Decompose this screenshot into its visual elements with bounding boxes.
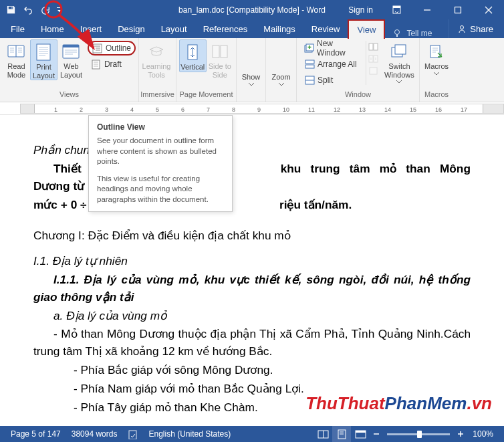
arrange-all-button[interactable]: Arrange All [301, 57, 362, 72]
side-to-side-icon [209, 42, 231, 61]
watermark: ThuThuatPhanMem.vn [305, 393, 492, 414]
svg-point-4 [395, 30, 400, 35]
print-layout-icon [33, 43, 54, 62]
switch-windows-button[interactable]: Switch Windows [382, 39, 416, 84]
share-icon [457, 24, 467, 33]
title-bar: ban_lam.doc [Compatibility Mode] - Word … [0, 0, 504, 19]
zoom-out-button[interactable] [370, 426, 383, 442]
tab-view[interactable]: View [348, 19, 385, 39]
svg-rect-3 [455, 7, 461, 13]
svg-point-5 [461, 26, 464, 29]
svg-rect-49 [430, 45, 440, 58]
zoom-slider[interactable] [387, 433, 450, 435]
split-icon [304, 75, 315, 86]
zoom-in-button[interactable] [454, 426, 467, 442]
new-window-button[interactable]: New Window [301, 41, 362, 56]
tab-home[interactable]: Home [33, 20, 72, 38]
svg-rect-21 [63, 45, 79, 47]
switch-windows-icon [388, 42, 410, 61]
learning-tools-button: Learning Tools [142, 39, 171, 79]
tell-me-search[interactable]: Tell me [385, 29, 440, 38]
chevron-down-icon [434, 72, 439, 76]
macros-icon [426, 42, 447, 61]
document-area[interactable]: Phần chung Thiếtxxxxxxxxxxxxxxxxxxxxxxxx… [0, 115, 504, 416]
tab-mailings[interactable]: Mailings [255, 20, 303, 38]
new-window-icon [304, 43, 314, 53]
group-window: New Window Arrange All Split [297, 38, 420, 102]
svg-rect-48 [395, 45, 406, 54]
status-bar: Page 5 of 147 38094 words English (Unite… [0, 426, 504, 442]
svg-rect-58 [356, 431, 366, 433]
svg-rect-35 [221, 45, 227, 58]
side-to-side-button: Side to Side [207, 39, 233, 79]
share-button[interactable]: Share [449, 19, 501, 38]
arrange-all-icon [304, 59, 315, 70]
horizontal-ruler[interactable]: 1 2 3 4 5 6 7 8 9 10 11 12 13 14 15 16 1… [0, 102, 504, 115]
sync-scroll-icon [368, 54, 378, 64]
group-macros-label: Macros [420, 90, 453, 102]
ribbon-display-options-icon[interactable] [381, 0, 412, 19]
view-read-mode-icon[interactable] [313, 426, 332, 442]
web-layout-button[interactable]: Web Layout [57, 39, 85, 79]
qat-customize-icon[interactable] [55, 2, 64, 18]
close-icon[interactable] [473, 0, 504, 19]
show-dropdown[interactable]: Show [239, 39, 263, 86]
svg-rect-43 [374, 43, 378, 50]
learning-tools-icon [146, 42, 167, 61]
screentip-outline-view: Outline View See your document in outlin… [88, 115, 233, 212]
status-proofing-icon[interactable] [122, 426, 143, 442]
view-web-layout-icon[interactable] [351, 426, 370, 442]
status-page[interactable]: Page 5 of 147 [5, 426, 66, 442]
outline-button[interactable]: Outline [88, 41, 136, 56]
screentip-body: This view is useful for creating heading… [97, 174, 224, 205]
minimize-icon[interactable] [412, 0, 443, 19]
quick-access-toolbar [0, 2, 67, 18]
group-window-label: Window [297, 90, 419, 102]
ribbon-tabstrip: File Home Insert Design Layout Reference… [0, 19, 504, 38]
redo-icon[interactable] [37, 2, 53, 18]
svg-rect-42 [369, 43, 373, 50]
svg-rect-1 [393, 6, 400, 8]
group-page-movement-label: Page Movement [176, 90, 236, 102]
draft-button[interactable]: Draft [88, 57, 136, 72]
status-words[interactable]: 38094 words [66, 426, 123, 442]
chevron-down-icon [249, 83, 254, 86]
reset-window-icon [368, 66, 378, 76]
document-page[interactable]: Phần chung Thiếtxxxxxxxxxxxxxxxxxxxxxxxx… [0, 115, 504, 416]
tab-insert[interactable]: Insert [72, 20, 110, 38]
status-language[interactable]: English (United States) [143, 426, 236, 442]
vertical-button[interactable]: Vertical [179, 39, 207, 72]
read-mode-icon [5, 42, 27, 61]
zoom-dropdown[interactable]: Zoom [269, 39, 293, 86]
draft-icon [91, 59, 102, 70]
svg-rect-38 [305, 60, 314, 64]
macros-button[interactable]: Macros [422, 39, 451, 76]
undo-icon[interactable] [20, 2, 36, 18]
tab-references[interactable]: References [195, 20, 255, 38]
group-macros: Macros Macros [420, 38, 453, 102]
zoom-level[interactable]: 100% [467, 426, 499, 442]
svg-rect-46 [370, 68, 377, 74]
view-print-layout-icon[interactable] [332, 426, 351, 442]
maximize-icon[interactable] [443, 0, 473, 19]
lightbulb-icon [393, 29, 402, 38]
svg-rect-14 [37, 44, 50, 60]
ribbon: Read Mode Print Layout Web Layout [0, 38, 504, 102]
zoom-slider-thumb[interactable] [417, 431, 422, 438]
split-button[interactable]: Split [301, 73, 362, 88]
tab-layout[interactable]: Layout [153, 20, 195, 38]
tab-file[interactable]: File [3, 20, 33, 38]
group-immersive-label: Immersive [139, 90, 176, 102]
view-side-by-side-icon[interactable] [368, 42, 378, 51]
group-views: Read Mode Print Layout Web Layout [0, 38, 139, 102]
sign-in-link[interactable]: Sign in [340, 5, 381, 15]
group-show: Show [237, 38, 266, 102]
group-views-label: Views [0, 90, 138, 102]
read-mode-button[interactable]: Read Mode [3, 39, 30, 79]
svg-rect-34 [213, 45, 219, 58]
tab-design[interactable]: Design [110, 20, 152, 38]
tab-review[interactable]: Review [303, 20, 348, 38]
screentip-body: See your document in outline form where … [97, 136, 224, 167]
print-layout-button[interactable]: Print Layout [30, 39, 57, 80]
save-icon[interactable] [3, 2, 19, 18]
